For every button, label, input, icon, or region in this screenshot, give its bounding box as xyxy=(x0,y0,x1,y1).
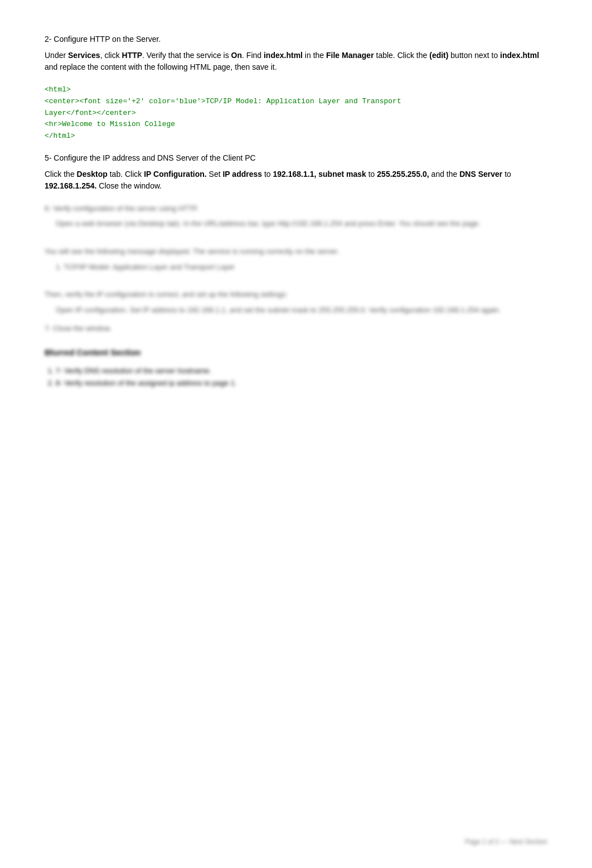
section2-paragraph: Under Services, click HTTP. Verify that … xyxy=(45,50,547,73)
blurred-step-7: 7- Close the window. xyxy=(45,323,547,334)
code-block: <html> <center><font size='+2' color='bl… xyxy=(45,84,547,142)
code-line-3: Layer</font></center> xyxy=(45,108,547,119)
section5-title: 5- Configure the IP address and DNS Serv… xyxy=(45,152,547,164)
blurred-text-1: 6- Verify configuration of the server us… xyxy=(45,203,547,315)
footer-blurred-text: Page 1 of 2 — Next Section xyxy=(465,838,547,846)
blurred-bold-heading: Blurred Content Section xyxy=(45,348,141,357)
section-2: 2- Configure HTTP on the Server. Under S… xyxy=(45,33,547,73)
section2-title: 2- Configure HTTP on the Server. xyxy=(45,33,547,45)
section-5: 5- Configure the IP address and DNS Serv… xyxy=(45,152,547,192)
code-line-5: </html> xyxy=(45,131,547,142)
blurred-list: 7- Verify DNS resolution of the server h… xyxy=(56,365,547,389)
section5-paragraph: Click the Desktop tab. Click IP Configur… xyxy=(45,168,547,192)
code-line-2: <center><font size='+2' color='blue'>TCP… xyxy=(45,96,547,108)
blurred-list-item-2: 8- Verify resolution of the assigned ip … xyxy=(56,377,547,389)
page-container: 2- Configure HTTP on the Server. Under S… xyxy=(45,33,547,389)
blurred-list-item-1: 7- Verify DNS resolution of the server h… xyxy=(56,365,547,377)
code-line-1: <html> xyxy=(45,84,547,96)
code-line-4: <hr>Welcome to Mission College xyxy=(45,119,547,131)
